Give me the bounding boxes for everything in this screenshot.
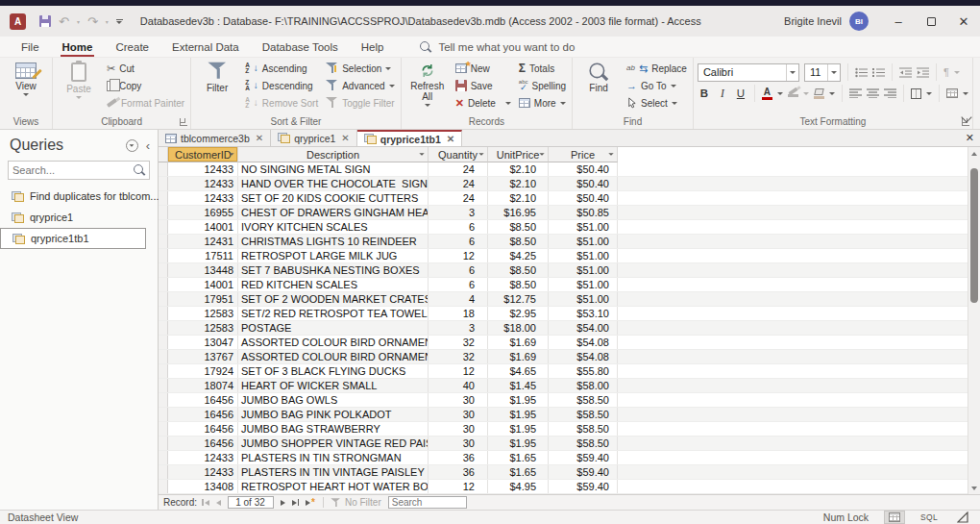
cell-quantity[interactable]: 12: [429, 249, 488, 262]
cell-quantity[interactable]: 3: [429, 206, 488, 219]
save-icon[interactable]: [39, 15, 51, 27]
redo-icon[interactable]: ↷: [87, 15, 98, 28]
cell-customerid[interactable]: 16456: [168, 408, 238, 421]
cell-description[interactable]: CHRISTMAS LIGHTS 10 REINDEER: [238, 235, 429, 248]
cell-customerid[interactable]: 16456: [168, 437, 238, 450]
cell-customerid[interactable]: 17924: [168, 364, 238, 378]
row-selector[interactable]: [159, 422, 168, 436]
cell-quantity[interactable]: 4: [429, 292, 488, 306]
cell-quantity[interactable]: 6: [429, 235, 488, 248]
row-selector[interactable]: [159, 206, 168, 219]
cell-price[interactable]: $51.00: [549, 292, 618, 306]
row-selector[interactable]: [159, 292, 168, 306]
cell-unitprice[interactable]: $2.10: [488, 191, 549, 205]
new-record-button[interactable]: New: [453, 61, 513, 76]
cell-customerid[interactable]: 12433: [168, 451, 238, 464]
tab-database-tools[interactable]: Database Tools: [251, 37, 350, 58]
row-selector[interactable]: [159, 350, 168, 363]
cell-customerid[interactable]: 12433: [168, 162, 238, 176]
cut-button[interactable]: ✂Cut: [105, 61, 186, 76]
cell-description[interactable]: POSTAGE: [238, 321, 429, 335]
more-button[interactable]: More: [517, 95, 568, 111]
new-record-nav-button[interactable]: *: [304, 499, 317, 507]
cell-description[interactable]: RETROSPOT LARGE MILK JUG: [238, 249, 429, 262]
italic-button[interactable]: I: [716, 87, 729, 99]
cell-description[interactable]: PLASTERS IN TIN VINTAGE PAISLEY: [238, 465, 429, 479]
replace-button[interactable]: ab⇆Replace: [625, 61, 689, 76]
cell-quantity[interactable]: 24: [429, 177, 488, 190]
cell-description[interactable]: JUMBO BAG PINK POLKADOT: [238, 408, 429, 421]
go-to-button[interactable]: →Go To: [625, 78, 689, 93]
cell-customerid[interactable]: 13047: [168, 336, 238, 349]
tell-me-box[interactable]: Tell me what you want to do: [420, 41, 575, 53]
tab-create[interactable]: Create: [104, 37, 160, 58]
tab-close-icon[interactable]: ✕: [447, 134, 454, 144]
column-header-description[interactable]: Description: [238, 147, 429, 162]
refresh-all-button[interactable]: Refresh All: [405, 61, 450, 107]
cell-unitprice[interactable]: $16.95: [488, 206, 549, 219]
column-header-customerid[interactable]: CustomerID: [168, 147, 238, 162]
cell-unitprice[interactable]: $18.00: [488, 321, 549, 335]
cell-quantity[interactable]: 30: [429, 393, 488, 407]
column-dropdown-icon[interactable]: [539, 153, 544, 156]
cell-price[interactable]: $55.80: [549, 364, 618, 378]
scroll-up-icon[interactable]: [968, 147, 980, 160]
sql-view-button[interactable]: SQL: [920, 512, 938, 522]
cell-unitprice[interactable]: $1.95: [488, 393, 549, 407]
border-button[interactable]: [911, 88, 921, 99]
copy-button[interactable]: Copy: [105, 78, 186, 93]
highlight-color-button[interactable]: [788, 89, 798, 97]
text-direction-icon[interactable]: ¶: [943, 66, 949, 78]
cell-quantity[interactable]: 36: [429, 465, 488, 479]
tab-help[interactable]: Help: [350, 37, 396, 58]
font-name-select[interactable]: Calibri: [698, 63, 799, 82]
row-selector[interactable]: [159, 220, 168, 234]
cell-unitprice[interactable]: $1.69: [488, 336, 549, 349]
row-selector[interactable]: [159, 451, 168, 464]
user-name[interactable]: Brigite Inevil: [784, 15, 842, 27]
cell-unitprice[interactable]: $8.50: [488, 263, 549, 277]
cell-description[interactable]: RED KITCHEN SCALES: [238, 278, 429, 291]
next-record-button[interactable]: [279, 500, 287, 506]
cell-quantity[interactable]: 40: [429, 379, 488, 392]
undo-caret-icon[interactable]: ▾: [77, 18, 80, 25]
cell-quantity[interactable]: 12: [429, 480, 488, 493]
cell-price[interactable]: $59.40: [549, 451, 618, 464]
column-dropdown-icon[interactable]: [229, 153, 233, 156]
cell-price[interactable]: $53.10: [549, 307, 618, 320]
cell-quantity[interactable]: 30: [429, 437, 488, 450]
cell-quantity[interactable]: 36: [429, 451, 488, 464]
cell-unitprice[interactable]: $1.95: [488, 422, 549, 436]
close-button[interactable]: ✕: [947, 7, 980, 36]
view-button[interactable]: View: [4, 61, 48, 96]
cell-price[interactable]: $58.50: [549, 422, 618, 436]
nav-search-input[interactable]: [12, 164, 134, 176]
cell-unitprice[interactable]: $1.95: [488, 408, 549, 421]
cell-price[interactable]: $50.40: [549, 177, 618, 190]
cell-unitprice[interactable]: $2.10: [488, 162, 549, 176]
cell-price[interactable]: $54.08: [549, 336, 618, 349]
cell-description[interactable]: JUMBO BAG STRAWBERRY: [238, 422, 429, 436]
last-record-button[interactable]: [290, 499, 302, 506]
cell-description[interactable]: JUMBO SHOPPER VINTAGE RED PAISLEY: [238, 437, 429, 450]
previous-record-button[interactable]: [214, 500, 223, 506]
cell-description[interactable]: JUMBO BAG OWLS: [238, 393, 429, 407]
decrease-indent-icon[interactable]: [899, 67, 912, 78]
design-view-button[interactable]: [953, 511, 972, 524]
cell-customerid[interactable]: 13408: [168, 480, 238, 493]
cell-customerid[interactable]: 12583: [168, 307, 238, 320]
nav-pane-menu-icon[interactable]: [126, 139, 138, 152]
record-search-box[interactable]: [388, 496, 467, 509]
underline-button[interactable]: U: [734, 87, 747, 99]
tab-file[interactable]: File: [10, 37, 51, 58]
cell-description[interactable]: SET 7 BABUSHKA NESTING BOXES: [238, 263, 429, 277]
collapse-ribbon-button[interactable]: [963, 112, 970, 123]
cell-customerid[interactable]: 12431: [168, 235, 238, 248]
cell-unitprice[interactable]: $1.69: [488, 350, 549, 363]
cell-quantity[interactable]: 30: [429, 408, 488, 421]
cell-unitprice[interactable]: $2.10: [488, 177, 549, 190]
close-object-icon[interactable]: ✕: [966, 130, 974, 146]
cell-price[interactable]: $59.40: [549, 480, 618, 493]
select-all-corner[interactable]: [159, 147, 168, 162]
redo-caret-icon[interactable]: ▾: [106, 18, 109, 25]
